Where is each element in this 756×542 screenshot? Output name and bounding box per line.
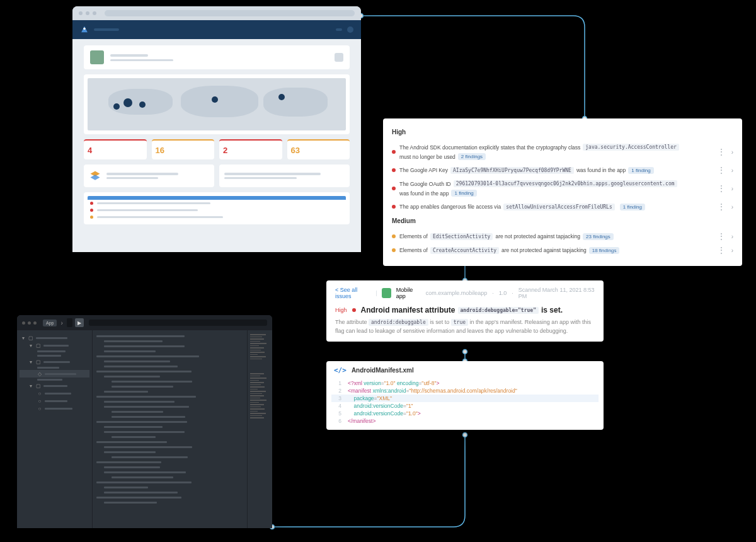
browser-chrome bbox=[72, 6, 361, 20]
window-dot[interactable] bbox=[79, 11, 83, 15]
kebab-menu-icon[interactable]: ⋮ bbox=[718, 185, 725, 192]
scan-date: Scanned March 11, 2021 8:53 PM bbox=[518, 287, 595, 299]
stat-card[interactable]: 16 bbox=[152, 139, 215, 159]
issue-title: Android manifest attribute android:debug… bbox=[361, 306, 563, 314]
finding-row[interactable]: The Google OAuth ID296120793014-0l3acuf7… bbox=[392, 177, 733, 200]
folder-icon: ▢ bbox=[36, 343, 41, 348]
dashboard-header bbox=[72, 20, 361, 39]
chevron-down-icon: ▾ bbox=[28, 383, 33, 388]
url-bar[interactable] bbox=[105, 10, 355, 16]
chevron-right-icon[interactable]: › bbox=[731, 149, 733, 156]
kebab-menu-icon[interactable]: ⋮ bbox=[718, 246, 725, 254]
finding-row[interactable]: The Android SDK documentation explicitly… bbox=[392, 141, 733, 163]
severity-high-header: High bbox=[392, 129, 733, 136]
severity-dot-icon bbox=[392, 248, 396, 252]
findings-count-badge: 1 finding bbox=[628, 167, 653, 174]
chevron-down-icon: ▾ bbox=[28, 343, 33, 348]
chevron-right-icon[interactable]: › bbox=[731, 247, 733, 254]
dashboard-window: 4 16 2 63 bbox=[72, 6, 361, 252]
svg-point-8 bbox=[83, 28, 86, 30]
finding-row[interactable]: The app enables dangerous file access vi… bbox=[392, 200, 733, 214]
world-map-card bbox=[84, 74, 350, 134]
issue-description: The attribute android:debuggable is set … bbox=[335, 318, 595, 335]
version: 1.0 bbox=[499, 290, 507, 296]
ide-toolbar: App › ▶ bbox=[17, 315, 272, 330]
severity-medium-header: Medium bbox=[392, 217, 733, 224]
folder-icon: ▢ bbox=[36, 383, 41, 388]
chevron-right-icon[interactable]: › bbox=[731, 185, 733, 192]
code-line: 3 package="XML" bbox=[331, 395, 598, 402]
findings-count-badge: 18 findings bbox=[589, 247, 620, 254]
severity-dot-icon bbox=[392, 150, 396, 154]
finding-row[interactable]: Elements ofCreateAccountActivityare not … bbox=[392, 243, 733, 257]
window-dot[interactable] bbox=[22, 321, 25, 325]
severity-dot-icon bbox=[392, 234, 396, 238]
summary-card bbox=[84, 164, 214, 187]
svg-point-4 bbox=[463, 350, 467, 354]
run-button[interactable]: ▶ bbox=[75, 318, 84, 327]
chevron-right-icon[interactable]: › bbox=[731, 233, 733, 240]
findings-count-badge: 2 findings bbox=[458, 153, 486, 160]
kebab-menu-icon[interactable]: ⋮ bbox=[718, 166, 725, 174]
chevron-right-icon[interactable]: › bbox=[731, 167, 733, 174]
findings-count-badge: 1 finding bbox=[451, 190, 476, 197]
folder-icon: ▢ bbox=[28, 335, 33, 340]
filename: AndroidManifest.xml bbox=[352, 367, 414, 374]
severity-dot-icon bbox=[392, 168, 396, 172]
window-dot[interactable] bbox=[33, 321, 37, 325]
folder-icon: ▢ bbox=[36, 359, 41, 364]
finding-text: The Google API KeyAIzaSyC7e9NhfXHiUPryqu… bbox=[399, 167, 714, 174]
stat-card[interactable]: 4 bbox=[84, 139, 147, 159]
app-logo-icon bbox=[80, 25, 89, 34]
findings-preview-card bbox=[84, 192, 350, 224]
code-icon: </> bbox=[334, 366, 346, 374]
severity-label: High bbox=[335, 307, 347, 313]
finding-text: Elements ofCreateAccountActivityare not … bbox=[399, 247, 714, 254]
severity-dot-icon bbox=[392, 187, 396, 190]
device-selector[interactable] bbox=[67, 318, 72, 327]
chevron-down-icon: ▾ bbox=[21, 335, 26, 340]
severity-dot-icon bbox=[352, 308, 356, 312]
window-dot[interactable] bbox=[86, 11, 89, 15]
finding-text: The app enables dangerous file access vi… bbox=[399, 204, 714, 210]
layers-icon bbox=[89, 170, 101, 182]
findings-count-badge: 23 findings bbox=[583, 233, 614, 240]
chevron-down-icon: ▾ bbox=[28, 359, 33, 364]
minimap[interactable] bbox=[247, 330, 272, 528]
breadcrumb[interactable]: App bbox=[43, 320, 57, 326]
severity-dot-icon bbox=[392, 205, 396, 209]
code-snippet-card: </> AndroidManifest.xml 1<?xml version="… bbox=[326, 361, 604, 430]
code-line: 4 android:versionCode="1" bbox=[331, 402, 598, 410]
stat-card[interactable]: 2 bbox=[219, 139, 282, 159]
circle-icon: ○ bbox=[37, 391, 42, 396]
code-line: 1<?xml version="1.0" encoding="utf-8"> bbox=[331, 379, 598, 387]
stats-row: 4 16 2 63 bbox=[84, 139, 350, 159]
finding-row[interactable]: The Google API KeyAIzaSyC7e9NhfXHiUPryqu… bbox=[392, 163, 733, 177]
ide-path-bar[interactable] bbox=[89, 320, 267, 326]
kebab-menu-icon[interactable]: ⋮ bbox=[718, 233, 725, 240]
chevron-right-icon: › bbox=[60, 320, 62, 326]
kebab-menu-icon[interactable]: ⋮ bbox=[718, 203, 725, 210]
window-dot[interactable] bbox=[28, 321, 31, 325]
svg-point-6 bbox=[463, 433, 467, 437]
app-icon bbox=[382, 288, 391, 298]
window-dot[interactable] bbox=[93, 11, 96, 15]
app-title-card bbox=[84, 45, 350, 69]
back-link[interactable]: < See all issues bbox=[335, 287, 370, 299]
diamond-icon: ◇ bbox=[37, 371, 42, 376]
finding-row[interactable]: Elements ofEditSectionActivityare not pr… bbox=[392, 229, 733, 243]
code-editor[interactable] bbox=[93, 330, 247, 528]
file-tree[interactable]: ▾▢ ▾▢ ▾▢ ◇ ▾▢ ○ ○ ○ bbox=[17, 330, 93, 528]
code-line: 6</manifest> bbox=[331, 417, 598, 425]
app-name: Mobile app bbox=[396, 287, 421, 299]
package-name: com.example.mobileapp bbox=[426, 290, 488, 296]
findings-panel: High The Android SDK documentation expli… bbox=[383, 118, 742, 266]
stat-card[interactable]: 63 bbox=[287, 139, 350, 159]
chevron-right-icon[interactable]: › bbox=[731, 204, 733, 210]
kebab-menu-icon[interactable]: ⋮ bbox=[718, 148, 725, 156]
circle-icon: ○ bbox=[37, 406, 42, 411]
finding-text: The Google OAuth ID296120793014-0l3acuf7… bbox=[399, 180, 714, 197]
issue-detail-card: < See all issues | Mobile app com.exampl… bbox=[326, 280, 604, 342]
ide-window: App › ▶ ▾▢ ▾▢ ▾▢ ◇ ▾▢ ○ ○ ○ bbox=[17, 315, 272, 528]
app-avatar bbox=[90, 50, 104, 64]
